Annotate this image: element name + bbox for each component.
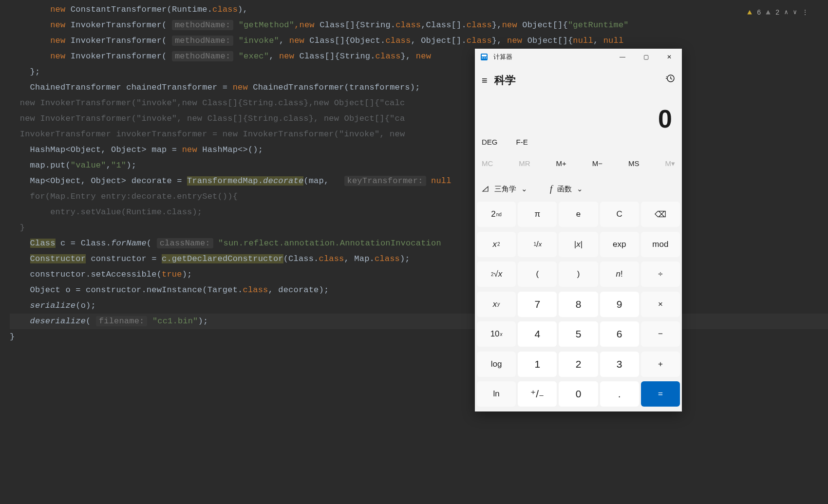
deg-toggle[interactable]: DEG [482,134,498,150]
close-button[interactable]: ✕ [658,49,681,65]
next-highlight[interactable]: ∨ [793,5,797,20]
warning-count-1: 6 [757,5,761,20]
mr-button[interactable]: MR [519,156,530,171]
calc-titlebar[interactable]: 计算器 — ▢ ✕ [475,49,682,65]
btn-1[interactable]: 1 [518,352,557,377]
svg-rect-2 [482,57,483,58]
minimize-button[interactable]: — [611,49,634,65]
mminus-button[interactable]: M− [592,156,602,171]
btn-multiply[interactable]: × [641,292,680,317]
btn-3[interactable]: 3 [600,352,639,377]
btn-8[interactable]: 8 [559,292,598,317]
mc-button[interactable]: MC [482,156,493,171]
trig-row: 三角学 ⌄ f 函数 ⌄ [475,176,682,202]
calculator-app-icon [480,53,489,61]
btn-7[interactable]: 7 [518,292,557,317]
btn-rparen[interactable]: ) [559,261,598,287]
btn-10x[interactable]: 10x [477,321,516,347]
btn-square[interactable]: x2 [477,232,516,257]
btn-mod[interactable]: mod [641,232,680,257]
svg-rect-3 [484,57,485,58]
warning-icon: ▲ [747,5,752,20]
btn-divide[interactable]: ÷ [641,261,680,287]
calc-header: ≡ 科学 [475,65,682,92]
btn-equals[interactable]: = [641,381,680,407]
kw-new: new [50,5,65,14]
btn-0[interactable]: 0 [559,381,598,407]
btn-5[interactable]: 5 [559,321,598,347]
btn-power[interactable]: xy [477,292,516,317]
inspection-widget: ▲6 ▲2 ∧ ∨ ⋮ [747,5,809,20]
calc-mode: 科学 [494,73,665,88]
btn-pi[interactable]: π [518,202,557,227]
btn-abs[interactable]: |x| [559,232,598,257]
btn-ln[interactable]: ln [477,381,516,407]
btn-reciprocal[interactable]: 1/x [518,232,557,257]
backspace-icon: ⌫ [655,209,666,220]
prev-highlight[interactable]: ∧ [784,5,788,20]
calc-keypad: 2nd π e C ⌫ x2 1/x |x| exp mod 2√x ( ) n… [475,202,682,411]
btn-minus[interactable]: − [641,321,680,347]
btn-4[interactable]: 4 [518,321,557,347]
chevron-down-icon: ⌄ [577,181,583,197]
warning-count-2: 2 [775,5,779,20]
calculator-window: 计算器 — ▢ ✕ ≡ 科学 0 DEG F-E MC MR M+ M− MS … [475,49,682,411]
btn-sqrt[interactable]: 2√x [477,261,516,287]
calc-title: 计算器 [493,49,611,65]
fe-toggle[interactable]: F-E [516,134,528,150]
trig-dropdown[interactable]: 三角学 ⌄ [482,181,527,197]
btn-e[interactable]: e [559,202,598,227]
btn-backspace[interactable]: ⌫ [641,202,680,227]
btn-lparen[interactable]: ( [518,261,557,287]
memory-row: MC MR M+ M− MS M▾ [475,152,682,176]
weak-warning-icon: ▲ [766,5,771,20]
btn-factorial[interactable]: n! [600,261,639,287]
svg-rect-1 [482,55,487,56]
mplus-button[interactable]: M+ [556,156,566,171]
btn-plus[interactable]: + [641,352,680,377]
code-editor[interactable]: new ConstantTransformer(Runtime.class), … [0,0,828,345]
hamburger-icon[interactable]: ≡ [482,73,488,88]
calc-display: 0 [475,92,682,131]
btn-2nd[interactable]: 2nd [477,202,516,227]
btn-exp[interactable]: exp [600,232,639,257]
btn-2[interactable]: 2 [559,352,598,377]
svg-rect-4 [486,57,487,58]
func-dropdown[interactable]: f 函数 ⌄ [550,181,583,197]
function-icon: f [550,181,552,197]
angle-row: DEG F-E [475,131,682,152]
btn-9[interactable]: 9 [600,292,639,317]
btn-6[interactable]: 6 [600,321,639,347]
history-icon[interactable] [665,73,675,88]
btn-negate[interactable]: ⁺/₋ [518,381,557,407]
param-hint: methodName: [172,20,233,30]
ms-button[interactable]: MS [628,156,640,171]
mlist-button[interactable]: M▾ [665,156,675,171]
btn-clear[interactable]: C [600,202,639,227]
chevron-down-icon: ⌄ [521,181,527,197]
maximize-button[interactable]: ▢ [634,49,658,65]
inspection-menu-icon[interactable]: ⋮ [802,5,809,20]
btn-log[interactable]: log [477,352,516,377]
btn-decimal[interactable]: . [600,381,639,407]
